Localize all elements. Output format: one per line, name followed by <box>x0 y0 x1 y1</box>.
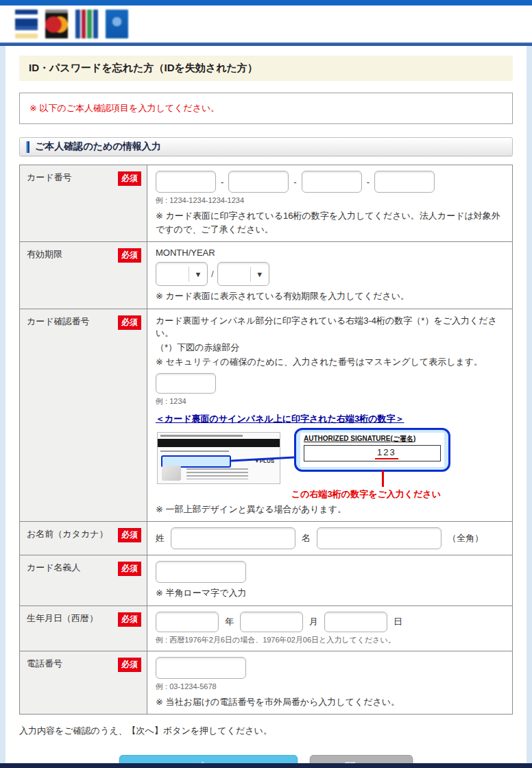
phone-field-cell: 例 : 03-1234-5678 ※ 当社お届けの電話番号を市外局番から入力して… <box>147 651 513 715</box>
card-number-example: 例 : 1234-1234-1234-1234 <box>156 195 504 206</box>
section-title: ご本人確認のための情報入力 <box>35 141 161 153</box>
card-number-label-cell: 必須 カード番号 <box>20 165 147 242</box>
card-holder-input[interactable] <box>156 561 246 583</box>
card-micro-text-block <box>186 468 248 479</box>
birth-month-input[interactable] <box>240 612 303 632</box>
security-code-digits: 123 <box>375 447 398 459</box>
last-name-input[interactable] <box>171 527 295 549</box>
cvv-input[interactable] <box>156 373 216 394</box>
phone-example: 例 : 03-1234-5678 <box>156 682 504 692</box>
phone-input[interactable] <box>156 657 246 679</box>
card-holder-label-cell: 必須 カード名義人 <box>20 555 147 606</box>
cvv-figure-red-note: この右端3桁の数字をご入力ください <box>291 488 441 501</box>
card-number-input-4[interactable] <box>374 171 435 193</box>
signature-callout-inner: AUTHORIZED SIGNATURE(ご署名) 123 <box>300 433 444 467</box>
cvv-example: 例 : 1234 <box>156 396 504 407</box>
expiry-note: ※ カード表面に表示されている有効期限を入力してください。 <box>156 289 504 303</box>
first-name-label: 名 <box>302 532 311 544</box>
phone-label-cell: 必須 電話番号 <box>20 651 147 715</box>
authorized-signature-label: AUTHORIZED SIGNATURE(ご署名) <box>304 434 441 444</box>
card-holder-note: ※ 半角ローマ字で入力 <box>156 586 504 600</box>
expiry-year-select[interactable]: ▼ <box>217 262 269 286</box>
required-badge: 必須 <box>118 528 141 542</box>
dc-mastercard-logo-icon <box>45 10 68 38</box>
birth-date-label-cell: 必須 生年月日（西暦） <box>20 605 147 651</box>
card-micro-text <box>160 435 243 437</box>
dropdown-arrow-icon[interactable]: ▼ <box>251 270 269 278</box>
card-number-separator: - <box>221 177 223 187</box>
birth-date-label: 生年月日（西暦） <box>27 613 98 623</box>
card-number-input-2[interactable] <box>228 171 289 193</box>
card-holder-field-cell: ※ 半角ローマ字で入力 <box>147 555 513 606</box>
birth-day-input[interactable] <box>324 612 387 632</box>
card-micro-text <box>160 451 229 452</box>
form-row-cvv: 必須 カード確認番号 カード裏面サインパネル部分に印字されている右端3-4桁の数… <box>20 309 513 522</box>
birth-date-inputs: 年 月 日 <box>156 612 504 632</box>
window-top-bar <box>0 0 532 5</box>
notice-box: ※ 以下のご本人確認項目を入力してください。 <box>19 93 513 124</box>
page-body: ID・パスワードを忘れた方（IDを失効された方） ※ 以下のご本人確認項目を入力… <box>0 46 532 768</box>
hologram <box>162 466 181 481</box>
cvv-label-cell: 必須 カード確認番号 <box>20 309 147 522</box>
card-number-separator: - <box>293 177 296 187</box>
month-unit-label: 月 <box>309 616 318 628</box>
mufg-bank-logo-icon <box>15 10 38 38</box>
nicos-stripes-logo-icon <box>75 10 98 38</box>
expiry-label: 有効期限 <box>27 249 62 259</box>
magnetic-stripe <box>158 439 280 447</box>
birth-year-input[interactable] <box>156 612 219 632</box>
card-number-field-cell: --- 例 : 1234-1234-1234-1234 ※ カード表面に印字され… <box>147 165 513 242</box>
signature-digits-box: 123 <box>304 445 441 461</box>
notice-text: ※ 以下のご本人確認項目を入力してください。 <box>29 103 219 113</box>
required-badge: 必須 <box>118 562 141 576</box>
section-header: ご本人確認のための情報入力 <box>19 137 513 156</box>
cvv-instruction-3: ※ セキュリティの確保のために、入力された番号はマスキングして表示します。 <box>156 356 504 368</box>
first-name-input[interactable] <box>317 527 442 549</box>
expiry-format-label: MONTH/YEAR <box>156 248 504 258</box>
expiry-field-cell: MONTH/YEAR ▼ / ▼ <box>147 242 513 309</box>
card-number-note: ※ カード表面に印字されている16桁の数字を入力してください。法人カードは対象外… <box>156 209 504 236</box>
name-kana-label-cell: 必須 お名前（カタカナ） <box>20 522 147 555</box>
section-accent-bar <box>26 141 29 153</box>
form-row-phone: 必須 電話番号 例 : 03-1234-5678 ※ 当社お届けの電話番号を市外… <box>20 651 513 715</box>
page-title: ID・パスワードを忘れた方（IDを失効された方） <box>19 56 513 81</box>
required-badge: 必須 <box>118 612 141 627</box>
expiry-month-select[interactable]: ▼ <box>156 262 208 286</box>
form-row-birth-date: 必須 生年月日（西暦） 年 月 日 例 : 西暦1976年2月6日の場合、197… <box>20 605 513 651</box>
card-holder-label: カード名義人 <box>27 562 81 573</box>
cvv-note: ※ 一部上部デザインと異なる場合があります。 <box>156 503 504 516</box>
card-number-inputs: --- <box>156 171 504 193</box>
identity-form-table: 必須 カード番号 --- 例 : 1234-1234-1234-1234 ※ カ… <box>19 165 513 715</box>
form-row-expiry: 必須 有効期限 MONTH/YEAR ▼ / <box>20 242 513 309</box>
card-number-input-1[interactable] <box>156 171 216 193</box>
cvv-figure-title: ＜カード裏面のサインパネル上に印字された右端3桁の数字＞ <box>156 413 504 425</box>
form-row-card-holder: 必須 カード名義人 ※ 半角ローマ字で入力 <box>20 555 513 606</box>
last-name-label: 姓 <box>156 532 165 544</box>
confirm-instruction: 入力内容をご確認のうえ、【次へ】ボタンを押してください。 <box>19 725 513 737</box>
name-kana-label: お名前（カタカナ） <box>27 529 108 539</box>
card-number-separator: - <box>367 177 370 187</box>
cvv-field-cell: カード裏面サインパネル部分に印字されている右端3-4桁の数字（*）をご入力くださ… <box>147 309 513 522</box>
cvv-instruction-1: カード裏面サインパネル部分に印字されている右端3-4桁の数字（*）をご入力くださ… <box>156 315 504 339</box>
form-row-card-number: 必須 カード番号 --- 例 : 1234-1234-1234-1234 ※ カ… <box>20 165 513 242</box>
brand-logo-header <box>0 5 532 43</box>
cvv-label: カード確認番号 <box>27 316 90 326</box>
content-panel: ID・パスワードを忘れた方（IDを失効された方） ※ 以下のご本人確認項目を入力… <box>5 46 527 768</box>
expiry-separator: / <box>211 269 214 279</box>
window-bottom-bar <box>0 763 532 768</box>
form-row-name-kana: 必須 お名前（カタカナ） 姓 名 （全角） <box>20 522 513 555</box>
required-badge: 必須 <box>118 171 141 186</box>
card-number-input-3[interactable] <box>302 171 362 193</box>
visa-blue-logo-icon <box>106 10 128 38</box>
cvv-instruction-2: （*）下図の赤線部分 <box>156 341 504 354</box>
card-number-label: カード番号 <box>27 172 72 182</box>
required-badge: 必須 <box>118 658 141 672</box>
name-kana-inputs: 姓 名 （全角） <box>156 527 504 549</box>
dropdown-arrow-icon[interactable]: ▼ <box>189 270 207 278</box>
cvv-figure: ▼PLUS AUTHORIZED SIGNATURE(ご署名) 123 <box>156 428 504 499</box>
birth-date-field-cell: 年 月 日 例 : 西暦1976年2月6日の場合、1976年02月06日と入力し… <box>147 605 513 651</box>
name-kana-suffix: （全角） <box>448 532 483 544</box>
name-kana-field-cell: 姓 名 （全角） <box>147 522 513 555</box>
expiry-selects: ▼ / ▼ <box>156 262 504 286</box>
required-badge: 必須 <box>118 315 141 330</box>
